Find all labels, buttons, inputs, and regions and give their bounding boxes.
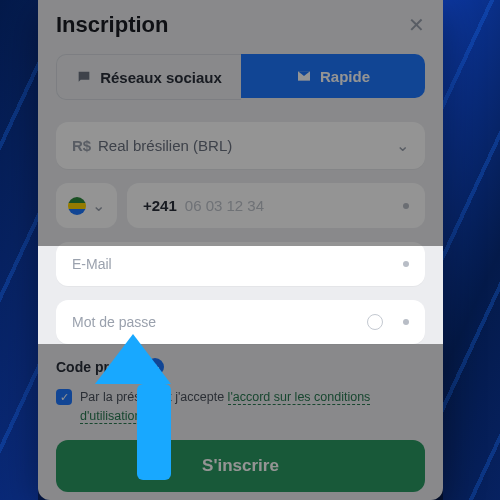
overlay-dim: [38, 0, 443, 246]
eye-icon[interactable]: [367, 314, 383, 330]
email-placeholder: E-Mail: [72, 256, 112, 272]
required-dot-icon: [403, 261, 409, 267]
overlay-dim: [38, 344, 443, 500]
email-input[interactable]: E-Mail: [56, 242, 425, 286]
password-placeholder: Mot de passe: [72, 314, 156, 330]
required-dot-icon: [403, 319, 409, 325]
password-input[interactable]: Mot de passe: [56, 300, 425, 344]
